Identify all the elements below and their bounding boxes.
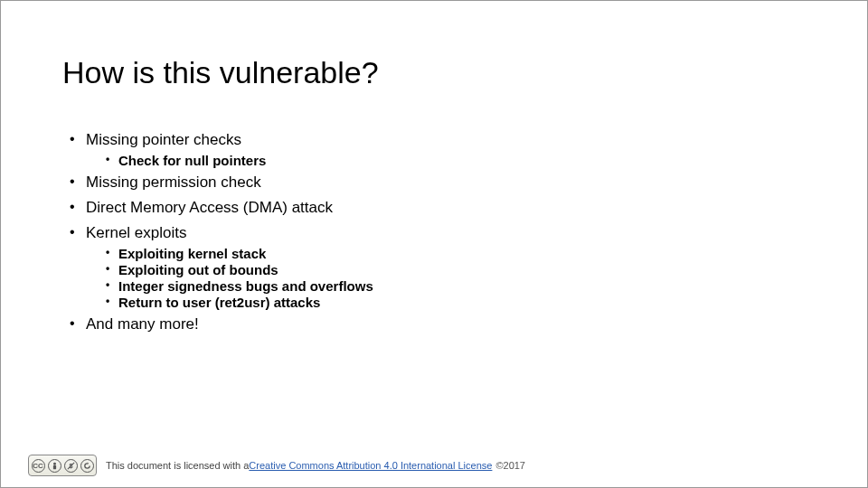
svg-rect-1	[52, 465, 55, 469]
bullet-text: Kernel exploits	[86, 224, 187, 241]
cc-by-icon	[48, 459, 61, 473]
bullet-item: Missing permission check	[62, 174, 813, 192]
svg-point-0	[53, 462, 56, 465]
slide: How is this vulnerable? Missing pointer …	[0, 0, 868, 488]
body-content: Missing pointer checks Check for null po…	[62, 127, 813, 341]
bullet-text: Missing pointer checks	[86, 131, 241, 148]
sub-bullet-list: Exploiting kernel stack Exploiting out o…	[99, 246, 813, 310]
sub-bullet-list: Check for null pointers	[99, 153, 813, 168]
footer: CC $ This document is licensed with a Cr…	[28, 455, 525, 476]
bullet-list: Missing pointer checks Check for null po…	[62, 131, 813, 333]
cc-license-icon: CC $	[28, 455, 97, 476]
cc-logo-icon: CC	[32, 459, 45, 473]
sub-bullet-item: Exploiting kernel stack	[99, 246, 813, 261]
bullet-item: Direct Memory Access (DMA) attack	[62, 199, 813, 217]
sub-bullet-item: Check for null pointers	[99, 153, 813, 168]
copyright: ©2017	[495, 460, 525, 471]
sub-bullet-item: Return to user (ret2usr) attacks	[99, 295, 813, 310]
sub-bullet-item: Exploiting out of bounds	[99, 262, 813, 277]
sub-bullet-item: Integer signedness bugs and overflows	[99, 278, 813, 294]
license-link[interactable]: Creative Commons Attribution 4.0 Interna…	[249, 460, 492, 471]
cc-nc-icon: $	[64, 459, 78, 473]
cc-sa-icon	[80, 459, 94, 473]
footer-text: This document is licensed with a	[106, 460, 249, 471]
bullet-item: Kernel exploits Exploiting kernel stack …	[62, 224, 813, 310]
bullet-item: And many more!	[62, 315, 813, 333]
page-title: How is this vulnerable?	[62, 55, 379, 90]
bullet-item: Missing pointer checks Check for null po…	[62, 131, 813, 168]
